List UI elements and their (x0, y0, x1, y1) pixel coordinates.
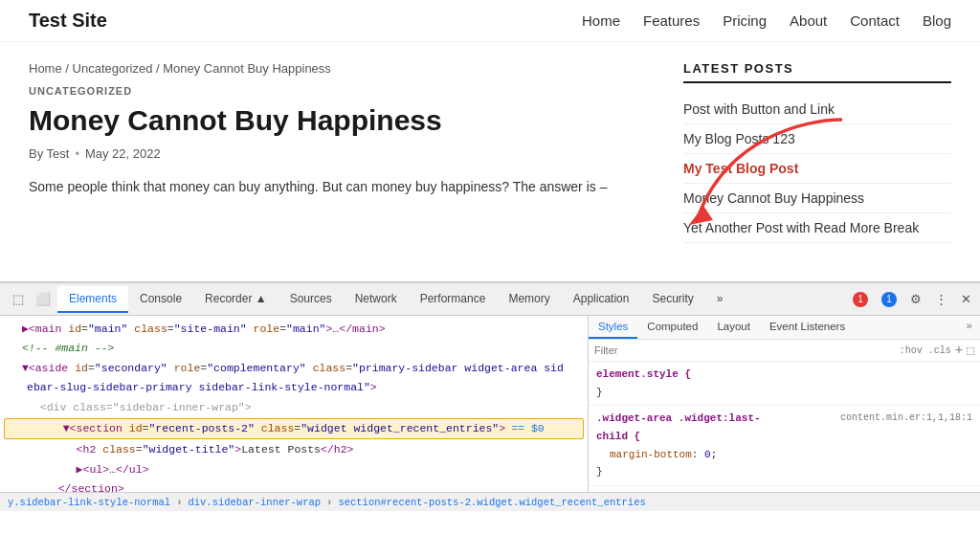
elem-main[interactable]: ▶<main id="main" class="site-main" role=… (0, 320, 588, 339)
tab-recorder[interactable]: Recorder ▲ (193, 286, 278, 313)
tab-application[interactable]: Application (562, 286, 641, 313)
elem-aside-class-cont: ebar-slug-sidebar-primary sidebar-link-s… (0, 378, 588, 397)
styles-filter-bar: :hov .cls + ⬚ (589, 340, 980, 362)
nav-about[interactable]: About (790, 12, 827, 29)
nav-contact[interactable]: Contact (850, 12, 900, 29)
elem-comment-main: <!-- #main --> (0, 339, 588, 358)
tab-memory[interactable]: Memory (497, 286, 561, 313)
status-item-0[interactable]: y.sidebar-link-style-normal (8, 497, 170, 508)
breadcrumb-current: Money Cannot Buy Happiness (163, 61, 331, 76)
elem-aside-open[interactable]: ▼<aside id="secondary" role="complementa… (0, 359, 588, 378)
tab-network[interactable]: Network (344, 286, 409, 313)
meta-dot: • (75, 146, 79, 161)
device-icon[interactable]: ⬜ (33, 289, 54, 310)
sidebar-post-0[interactable]: Post with Button and Link (683, 95, 951, 124)
devtools-tab-bar: ⬚ ⬜ Elements Console Recorder ▲ Sources … (0, 283, 980, 316)
post-meta: By Test • May 22, 2022 (29, 146, 645, 161)
post-title: Money Cannot Buy Happiness (29, 104, 645, 137)
status-item-2[interactable]: section#recent-posts-2.widget.widget_rec… (338, 497, 645, 508)
styles-panel: Styles Computed Layout Event Listeners »… (589, 316, 980, 492)
sidebar-post-2[interactable]: My Test Blog Post (683, 154, 951, 184)
styles-filter-input[interactable] (594, 345, 896, 356)
sidebar-post-4[interactable]: Yet Another Post with Read More Break (683, 213, 951, 243)
status-item-1[interactable]: div.sidebar-inner-wrap (188, 497, 321, 508)
settings-icon[interactable]: ⚙ (905, 289, 926, 310)
post-date: May 22, 2022 (85, 146, 161, 161)
elem-h2[interactable]: <h2 class="widget-title">Latest Posts</h… (0, 440, 588, 459)
tab-elements[interactable]: Elements (57, 286, 128, 313)
nav-home[interactable]: Home (582, 12, 620, 29)
nav-links: Home Features Pricing About Contact Blog (582, 12, 951, 30)
sidebar: LATEST POSTS Post with Button and Link M… (683, 61, 951, 262)
nav-features[interactable]: Features (643, 12, 700, 29)
add-style-icon[interactable]: + (955, 343, 963, 358)
sidebar-posts: Post with Button and Link My Blog Posts … (683, 95, 951, 243)
css-rule-widget-last-child: .widget-area .widget:last-content.min.er… (589, 406, 980, 486)
styles-tab-styles[interactable]: Styles (589, 316, 637, 339)
styles-tab-computed[interactable]: Computed (637, 316, 707, 339)
main-content: Home / Uncategorized / Money Cannot Buy … (29, 61, 645, 262)
sidebar-post-1[interactable]: My Blog Posts 123 (683, 124, 951, 154)
styles-tab-event-listeners[interactable]: Event Listeners (760, 316, 855, 339)
style-panel-extra-icon[interactable]: ⬚ (967, 343, 974, 358)
elem-ul[interactable]: ▶<ul>…</ul> (0, 460, 588, 479)
devtools-toolbar-left: ⬚ ⬜ (4, 289, 57, 310)
error-badge: 1 (848, 290, 873, 309)
message-badge: 1 (877, 290, 902, 309)
category-label: UNCATEGORIZED (29, 85, 645, 97)
devtools-body: ▶<main id="main" class="site-main" role=… (0, 316, 980, 492)
inspect-icon[interactable]: ⬚ (8, 289, 29, 310)
post-excerpt: Some people think that money can buy any… (29, 176, 645, 197)
sidebar-section-title: LATEST POSTS (683, 61, 951, 83)
sidebar-post-3[interactable]: Money Cannot Buy Happiness (683, 184, 951, 213)
css-rule-element-style: element.style { } (589, 362, 980, 406)
styles-tab-layout[interactable]: Layout (707, 316, 760, 339)
content-area: Home / Uncategorized / Money Cannot Buy … (0, 42, 980, 281)
devtools-tab-icons: 1 1 ⚙ ⋮ ✕ (848, 289, 976, 310)
styles-tab-bar: Styles Computed Layout Event Listeners » (589, 316, 980, 340)
site-title: Test Site (29, 10, 107, 32)
breadcrumb-category[interactable]: Uncategorized (73, 61, 153, 76)
elem-section-close: </section> (0, 479, 588, 492)
nav-blog[interactable]: Blog (923, 12, 951, 29)
breadcrumb: Home / Uncategorized / Money Cannot Buy … (29, 61, 645, 76)
tab-performance[interactable]: Performance (409, 286, 498, 313)
more-options-icon[interactable]: ⋮ (930, 289, 951, 310)
devtools-panel: ⬚ ⬜ Elements Console Recorder ▲ Sources … (0, 281, 980, 511)
elem-section-recent-posts[interactable]: ▼<section id="recent-posts-2" class="wid… (4, 418, 584, 439)
devtools-status-bar: y.sidebar-link-style-normal › div.sideba… (0, 492, 980, 511)
tab-console[interactable]: Console (128, 286, 193, 313)
close-devtools-icon[interactable]: ✕ (955, 289, 976, 310)
filter-pseudo[interactable]: :hov .cls (900, 345, 951, 356)
elements-panel: ▶<main id="main" class="site-main" role=… (0, 316, 589, 492)
tab-more[interactable]: » (705, 286, 735, 313)
elem-div-inner[interactable]: <div class="sidebar-inner-wrap"> (0, 398, 588, 417)
styles-tab-more[interactable]: » (958, 316, 980, 339)
nav-pricing[interactable]: Pricing (723, 12, 767, 29)
breadcrumb-home[interactable]: Home (29, 61, 62, 76)
tab-sources[interactable]: Sources (278, 286, 344, 313)
post-author: By Test (29, 146, 69, 161)
top-navigation: Test Site Home Features Pricing About Co… (0, 0, 980, 42)
tab-security[interactable]: Security (640, 286, 704, 313)
